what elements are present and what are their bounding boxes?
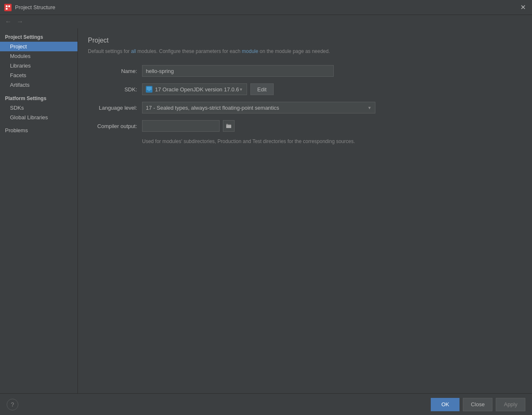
compiler-output-label: Compiler output: [88, 123, 142, 129]
project-structure-dialog: Project Structure ✕ ← → Project Settings… [0, 0, 532, 415]
name-row: Name: [88, 65, 522, 77]
nav-bar: ← → [0, 15, 532, 28]
compiler-browse-button[interactable] [223, 120, 235, 132]
name-input[interactable] [142, 65, 334, 77]
compiler-output-input[interactable] [142, 120, 220, 132]
sidebar-item-project[interactable]: Project [0, 42, 77, 51]
language-level-dropdown-arrow: ▼ [367, 106, 372, 110]
svg-rect-2 [6, 5, 7, 7]
svg-rect-8 [148, 90, 150, 91]
svg-rect-7 [146, 91, 152, 92]
sidebar-item-artifacts[interactable]: Artifacts [0, 80, 77, 90]
sdk-label: SDK: [88, 86, 142, 93]
close-button[interactable]: Close [463, 398, 492, 411]
ok-button[interactable]: OK [431, 398, 460, 411]
help-button[interactable]: ? [7, 399, 18, 410]
sdk-controls: 17 Oracle OpenJDK version 17.0.6 ▼ Edit [142, 83, 274, 95]
back-button[interactable]: ← [3, 17, 13, 27]
sdk-dropdown-inner: 17 Oracle OpenJDK version 17.0.6 [146, 86, 239, 93]
content-area: Project Default settings for all modules… [78, 28, 532, 393]
compiler-output-row: Compiler output: [88, 120, 522, 132]
sdk-edit-button[interactable]: Edit [250, 83, 274, 95]
sidebar-item-modules[interactable]: Modules [0, 51, 77, 61]
sidebar: Project Settings Project Modules Librari… [0, 28, 78, 393]
svg-rect-6 [147, 87, 152, 90]
bottom-bar: ? OK Close Apply [0, 393, 532, 415]
svg-rect-4 [6, 8, 7, 10]
sidebar-item-facets[interactable]: Facets [0, 70, 77, 80]
content-description: Default settings for all modules. Config… [88, 48, 522, 55]
compiler-controls [142, 120, 235, 132]
sidebar-item-problems[interactable]: Problems [0, 126, 77, 135]
forward-button[interactable]: → [15, 17, 25, 27]
platform-settings-section-label: Platform Settings [0, 93, 77, 103]
app-icon [4, 4, 12, 11]
sdk-dropdown[interactable]: 17 Oracle OpenJDK version 17.0.6 ▼ [142, 83, 247, 95]
language-level-row: Language level: 17 - Sealed types, alway… [88, 102, 522, 113]
language-level-value: 17 - Sealed types, always-strict floatin… [146, 105, 279, 111]
title-bar: Project Structure ✕ [0, 0, 532, 15]
language-level-dropdown[interactable]: 17 - Sealed types, always-strict floatin… [142, 102, 375, 113]
folder-icon [226, 123, 232, 129]
sdk-value: 17 Oracle OpenJDK version 17.0.6 [155, 86, 239, 93]
sdk-icon [146, 86, 152, 93]
project-settings-section-label: Project Settings [0, 32, 77, 42]
compiler-hint: Used for modules' subdirectories, Produc… [142, 138, 522, 144]
main-content: Project Settings Project Modules Librari… [0, 28, 532, 393]
sidebar-item-libraries[interactable]: Libraries [0, 61, 77, 70]
sidebar-item-sdks[interactable]: SDKs [0, 103, 77, 113]
sdk-row: SDK: 17 Orac [88, 83, 522, 95]
apply-button[interactable]: Apply [496, 398, 525, 411]
close-window-button[interactable]: ✕ [518, 3, 528, 13]
dialog-title: Project Structure [15, 4, 518, 10]
content-title: Project [88, 37, 522, 44]
sdk-dropdown-arrow: ▼ [239, 87, 243, 92]
svg-rect-3 [8, 5, 10, 7]
sidebar-item-global-libraries[interactable]: Global Libraries [0, 113, 77, 122]
name-label: Name: [88, 68, 142, 74]
language-level-label: Language level: [88, 105, 142, 111]
